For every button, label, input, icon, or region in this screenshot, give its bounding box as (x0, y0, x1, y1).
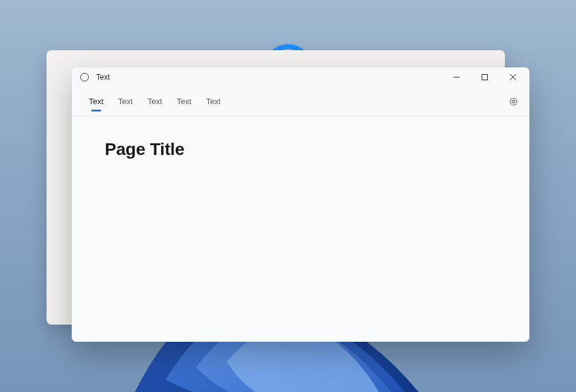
window-controls (442, 67, 527, 87)
tabs-container: Text Text Text Text Text (81, 88, 502, 115)
gear-icon (509, 97, 518, 107)
close-icon (510, 74, 516, 80)
titlebar[interactable]: Text (72, 67, 529, 87)
settings-button[interactable] (502, 91, 525, 113)
window-title: Text (96, 73, 110, 81)
maximize-icon (482, 74, 488, 80)
tab-0[interactable]: Text (81, 88, 111, 115)
close-button[interactable] (499, 67, 527, 87)
maximize-button[interactable] (471, 67, 499, 87)
page-content: Page Title (72, 116, 529, 342)
tab-1[interactable]: Text (111, 88, 140, 115)
app-window: Text Text Text (72, 67, 529, 342)
page-title: Page Title (105, 140, 496, 159)
tab-3[interactable]: Text (170, 88, 199, 115)
app-icon (80, 73, 89, 81)
tab-2[interactable]: Text (140, 88, 170, 115)
tab-strip: Text Text Text Text Text (72, 87, 529, 116)
svg-point-4 (512, 100, 515, 102)
minimize-button[interactable] (442, 67, 471, 87)
tab-4[interactable]: Text (199, 88, 228, 115)
svg-rect-1 (482, 75, 488, 80)
minimize-icon (453, 74, 460, 80)
